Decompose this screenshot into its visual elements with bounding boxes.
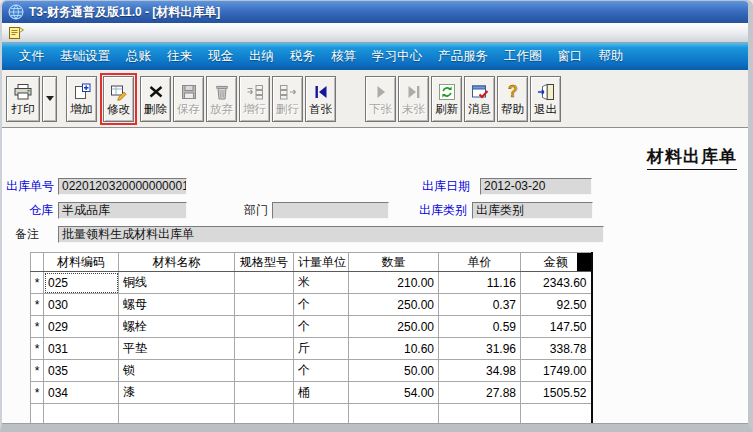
table-row: * 035 锁 个 50.00 34.98 1749.00 <box>31 360 592 382</box>
add-doc-icon <box>72 83 92 102</box>
save-button: 保存 <box>173 76 204 122</box>
menu-item-general-ledger[interactable]: 总账 <box>119 45 158 68</box>
dropdown-arrow-icon <box>46 96 54 101</box>
cell-price[interactable]: 34.98 <box>439 360 521 382</box>
cell-code[interactable]: 029 <box>44 316 119 338</box>
message-button[interactable]: 消息 <box>464 76 495 122</box>
cell-amount[interactable]: 338.78 <box>521 338 592 360</box>
cell-name[interactable]: 锁 <box>119 360 235 382</box>
cell-unit[interactable]: 斤 <box>294 338 349 360</box>
message-icon <box>470 83 490 102</box>
insert-row-icon <box>245 83 265 102</box>
date-field[interactable]: 2012-03-20 <box>480 178 592 195</box>
refresh-button[interactable]: 刷新 <box>431 76 462 122</box>
cell-name[interactable]: 平垫 <box>119 338 235 360</box>
row-indicator: * <box>31 382 44 404</box>
modify-button[interactable]: 修改 <box>103 76 134 122</box>
cell-name[interactable]: 漆 <box>119 382 235 404</box>
cell-qty[interactable]: 210.00 <box>349 272 439 294</box>
menu-item-current-accounts[interactable]: 往来 <box>160 45 199 68</box>
last-page-icon <box>404 83 424 102</box>
menu-item-basic-setup[interactable]: 基础设置 <box>53 45 117 68</box>
save-floppy-icon <box>179 83 199 102</box>
cell-spec[interactable] <box>235 294 294 316</box>
cell-unit[interactable]: 个 <box>294 360 349 382</box>
cell-unit[interactable]: 米 <box>294 272 349 294</box>
menu-item-cash[interactable]: 现金 <box>201 45 240 68</box>
delete-button[interactable]: 删除 <box>140 76 171 122</box>
refresh-icon <box>437 83 457 102</box>
order-no-field[interactable]: 02201203200000000010 <box>58 178 187 195</box>
help-question-icon: ? <box>503 83 523 102</box>
cell-price[interactable]: 11.16 <box>439 272 521 294</box>
cell-name[interactable]: 铜线 <box>119 272 235 294</box>
print-dropdown-button[interactable] <box>42 76 57 122</box>
add-button[interactable]: 增加 <box>66 76 97 122</box>
cell-spec[interactable] <box>235 272 294 294</box>
modify-icon <box>109 83 129 102</box>
cell-qty[interactable]: 250.00 <box>349 316 439 338</box>
cell-amount[interactable]: 147.50 <box>521 316 592 338</box>
menu-item-work-circle[interactable]: 工作圈 <box>497 45 549 68</box>
row-indicator: * <box>31 338 44 360</box>
menu-item-cashier[interactable]: 出纳 <box>242 45 281 68</box>
cell-code[interactable]: 030 <box>44 294 119 316</box>
window-title: T3-财务通普及版11.0 - [材料出库单] <box>29 4 220 21</box>
cell-code[interactable]: 031 <box>44 338 119 360</box>
menu-item-costing[interactable]: 核算 <box>324 45 363 68</box>
menu-item-tax[interactable]: 税务 <box>283 45 322 68</box>
cell-amount[interactable]: 92.50 <box>521 294 592 316</box>
cell-code[interactable]: 034 <box>44 382 119 404</box>
document-icon[interactable] <box>8 25 25 41</box>
cell-name[interactable]: 螺栓 <box>119 316 235 338</box>
cell-amount[interactable]: 2343.60 <box>521 272 592 294</box>
cell-name[interactable]: 螺母 <box>119 294 235 316</box>
titlebar[interactable]: T3-财务通普及版11.0 - [材料出库单] <box>2 1 748 23</box>
cell-price[interactable]: 31.96 <box>439 338 521 360</box>
delete-x-icon <box>146 83 166 102</box>
cell-unit[interactable]: 个 <box>294 316 349 338</box>
department-field[interactable] <box>272 202 389 219</box>
cell-amount[interactable]: 1505.52 <box>521 382 592 404</box>
row-indicator: * <box>31 294 44 316</box>
cell-code[interactable]: 035 <box>44 360 119 382</box>
cell-unit[interactable]: 桶 <box>294 382 349 404</box>
menu-item-window[interactable]: 窗口 <box>551 45 590 68</box>
remark-field[interactable]: 批量领料生成材料出库单 <box>58 226 604 243</box>
app-icon[interactable] <box>8 4 24 20</box>
delete-row-button: 删行 <box>272 76 303 122</box>
cell-qty[interactable]: 50.00 <box>349 360 439 382</box>
cell-code[interactable]: 025 <box>44 272 119 294</box>
warehouse-field[interactable]: 半成品库 <box>58 202 187 219</box>
help-button[interactable]: ? 帮助 <box>497 76 528 122</box>
header-row: 材料编码 材料名称 规格型号 计量单位 数量 单价 金额 <box>31 253 592 272</box>
cell-price[interactable]: 27.88 <box>439 382 521 404</box>
menu-item-learning-center[interactable]: 学习中心 <box>365 45 429 68</box>
menu-item-product-services[interactable]: 产品服务 <box>431 45 495 68</box>
col-header-quantity: 数量 <box>349 253 439 272</box>
modify-highlight-box: 修改 <box>100 73 137 125</box>
cell-qty[interactable]: 250.00 <box>349 294 439 316</box>
cell-spec[interactable] <box>235 338 294 360</box>
cell-spec[interactable] <box>235 316 294 338</box>
col-header-material-code: 材料编码 <box>44 253 119 272</box>
cell-amount[interactable]: 1749.00 <box>521 360 592 382</box>
row-indicator-header <box>31 253 44 272</box>
menu-item-file[interactable]: 文件 <box>12 45 51 68</box>
exit-button[interactable]: 退出 <box>530 76 561 122</box>
print-button[interactable]: 打印 <box>6 76 40 122</box>
menu-bar: 文件 基础设置 总账 往来 现金 出纳 税务 核算 学习中心 产品服务 工作圈 … <box>2 43 748 70</box>
cell-price[interactable]: 0.37 <box>439 294 521 316</box>
exit-door-icon <box>536 83 556 102</box>
table-row: * 031 平垫 斤 10.60 31.96 338.78 <box>31 338 592 360</box>
cell-qty[interactable]: 10.60 <box>349 338 439 360</box>
cell-price[interactable]: 0.59 <box>439 316 521 338</box>
cell-spec[interactable] <box>235 382 294 404</box>
first-page-icon <box>311 83 331 102</box>
cell-spec[interactable] <box>235 360 294 382</box>
category-field[interactable]: 出库类别 <box>472 202 593 219</box>
cell-unit[interactable]: 个 <box>294 294 349 316</box>
menu-item-help[interactable]: 帮助 <box>592 45 631 68</box>
cell-qty[interactable]: 54.00 <box>349 382 439 404</box>
first-button[interactable]: 首张 <box>305 76 336 122</box>
